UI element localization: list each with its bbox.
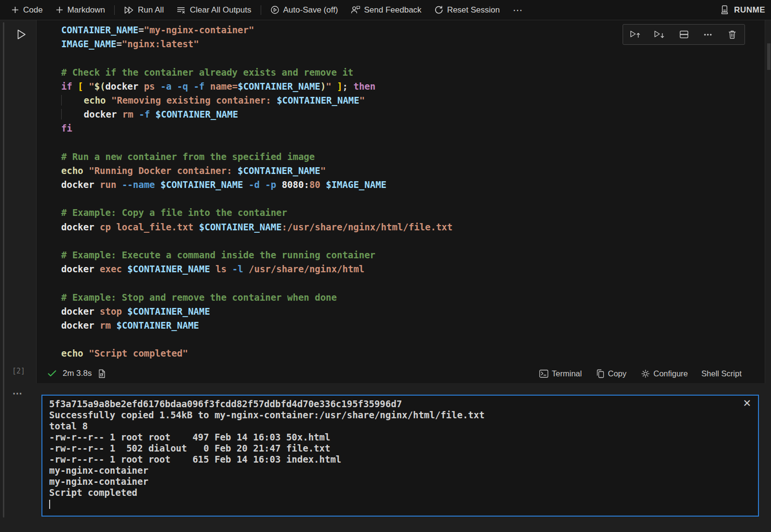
send-feedback-icon bbox=[351, 5, 360, 14]
code-editor[interactable]: CONTAINER_NAME="my-nginx-container"IMAGE… bbox=[61, 23, 452, 361]
ellipsis-icon: ⋯ bbox=[13, 388, 23, 399]
add-markdown-cell-button[interactable]: Markdown bbox=[49, 0, 111, 20]
reset-session-button[interactable]: Reset Session bbox=[428, 0, 506, 20]
success-check-icon bbox=[48, 370, 56, 377]
clear-outputs-icon bbox=[176, 6, 186, 14]
copy-button[interactable]: Copy bbox=[592, 369, 630, 378]
terminal-icon bbox=[539, 370, 548, 378]
copy-icon bbox=[596, 369, 604, 378]
code-line: CONTAINER_NAME="my-nginx-container" bbox=[61, 23, 452, 37]
code-line: echo "Script completed" bbox=[61, 346, 452, 360]
gear-icon bbox=[641, 369, 650, 378]
configure-label: Configure bbox=[653, 369, 688, 378]
code-line: fi bbox=[61, 121, 452, 135]
code-line bbox=[61, 332, 452, 346]
cell-toolbar bbox=[623, 24, 745, 45]
split-cell-button[interactable] bbox=[672, 25, 696, 44]
copy-label: Copy bbox=[608, 369, 626, 378]
run-all-button[interactable]: Run All bbox=[118, 0, 170, 20]
run-all-label: Run All bbox=[138, 5, 164, 15]
reset-session-label: Reset Session bbox=[447, 5, 500, 15]
close-icon: ✕ bbox=[743, 398, 751, 409]
output-line: Successfully copied 1.54kB to my-nginx-c… bbox=[49, 410, 485, 421]
execute-below-button[interactable] bbox=[647, 25, 671, 44]
code-line bbox=[61, 234, 452, 248]
output-line: my-nginx-container bbox=[49, 465, 485, 476]
code-line bbox=[61, 51, 452, 65]
toolbar-separator bbox=[261, 5, 261, 15]
more-actions-button[interactable] bbox=[696, 25, 720, 44]
reset-session-icon bbox=[434, 5, 443, 14]
output-line: total 8 bbox=[49, 421, 485, 432]
code-cell[interactable]: CONTAINER_NAME="my-nginx-container"IMAGE… bbox=[36, 20, 765, 383]
run-cell-button[interactable] bbox=[13, 27, 28, 41]
runme-brand: RUNME bbox=[719, 5, 766, 15]
send-feedback-label: Send Feedback bbox=[364, 5, 422, 15]
notebook-window: { "toolbar": { "code": "Code", "markdown… bbox=[0, 0, 771, 532]
ellipsis-icon: ⋯ bbox=[513, 4, 523, 16]
terminal-button[interactable]: Terminal bbox=[535, 369, 585, 378]
send-feedback-button[interactable]: Send Feedback bbox=[345, 0, 428, 20]
output-line: -rw-r--r-- 1 502 dialout 0 Feb 20 21:47 … bbox=[49, 443, 485, 454]
code-line bbox=[61, 276, 452, 290]
terminal-cursor bbox=[49, 500, 50, 509]
execution-count: [2] bbox=[12, 367, 25, 375]
configure-button[interactable]: Configure bbox=[637, 369, 692, 378]
code-line: docker run --name $CONTAINER_NAME -d -p … bbox=[61, 178, 452, 192]
add-markdown-label: Markdown bbox=[67, 5, 105, 15]
cell-status-bar: 2m 3.8s Terminal Copy Configure Shell Sc… bbox=[37, 365, 765, 382]
code-line: IMAGE_NAME="nginx:latest" bbox=[61, 37, 452, 51]
autosave-icon bbox=[270, 5, 279, 14]
code-line: docker stop $CONTAINER_NAME bbox=[61, 305, 452, 319]
output-line: -rw-r--r-- 1 root root 497 Feb 14 16:03 … bbox=[49, 432, 485, 443]
code-line: docker exec $CONTAINER_NAME ls -l /usr/s… bbox=[61, 262, 452, 276]
execution-time: 2m 3.8s bbox=[63, 369, 92, 378]
code-line: echo "Running Docker container: $CONTAIN… bbox=[61, 164, 452, 178]
code-line: # Example: Stop and remove the container… bbox=[61, 291, 452, 305]
toolbar-separator bbox=[114, 5, 115, 15]
autosave-label: Auto-Save (off) bbox=[283, 5, 338, 15]
run-all-icon bbox=[124, 6, 134, 14]
terminal-label: Terminal bbox=[552, 369, 582, 378]
output-file-icon[interactable] bbox=[98, 369, 106, 378]
code-line: # Example: Copy a file into the containe… bbox=[61, 206, 452, 220]
add-code-cell-button[interactable]: Code bbox=[5, 0, 49, 20]
add-code-label: Code bbox=[23, 5, 43, 15]
code-line: docker rm $CONTAINER_NAME bbox=[61, 319, 452, 332]
terminal-output: 5f3a715a9a8be2efd6176bdaa096f3fcdd82f57d… bbox=[49, 399, 485, 509]
output-line: my-nginx-container bbox=[49, 476, 485, 487]
autosave-toggle[interactable]: Auto-Save (off) bbox=[264, 0, 345, 20]
code-line bbox=[61, 136, 452, 150]
delete-cell-button[interactable] bbox=[720, 25, 744, 44]
language-picker[interactable]: Shell Script bbox=[699, 369, 744, 378]
code-line: # Check if the container already exists … bbox=[61, 66, 452, 80]
notebook-toolbar: Code Markdown Run All Clear All Outputs … bbox=[0, 0, 771, 20]
code-line: docker cp local_file.txt $CONTAINER_NAME… bbox=[61, 220, 452, 234]
runme-logo-icon bbox=[719, 5, 730, 15]
execute-above-button[interactable] bbox=[623, 25, 647, 44]
plus-icon bbox=[55, 6, 64, 14]
output-line: 5f3a715a9a8be2efd6176bdaa096f3fcdd82f57d… bbox=[49, 399, 485, 410]
code-line bbox=[61, 192, 452, 206]
code-line: echo "Removing existing container: $CONT… bbox=[61, 93, 452, 107]
code-line: # Example: Execute a command inside the … bbox=[61, 248, 452, 262]
clear-outputs-label: Clear All Outputs bbox=[190, 5, 252, 15]
toolbar-more-button[interactable]: ⋯ bbox=[506, 0, 530, 20]
code-line: if [ "$(docker ps -a -q -f name=$CONTAIN… bbox=[61, 80, 452, 93]
clear-all-outputs-button[interactable]: Clear All Outputs bbox=[170, 0, 258, 20]
cell-focus-indicator[interactable] bbox=[3, 22, 4, 518]
cursor-line bbox=[49, 498, 485, 509]
output-line: -rw-r--r-- 1 root root 615 Feb 14 16:03 … bbox=[49, 454, 485, 465]
cell-output[interactable]: 5f3a715a9a8be2efd6176bdaa096f3fcdd82f57d… bbox=[41, 395, 759, 517]
code-line: # Run a new container from the specified… bbox=[61, 150, 452, 164]
output-line: Script completed bbox=[49, 487, 485, 498]
brand-label: RUNME bbox=[734, 5, 765, 15]
code-line: docker rm -f $CONTAINER_NAME bbox=[61, 107, 452, 121]
play-icon bbox=[14, 28, 27, 41]
scrollbar-thumb[interactable] bbox=[767, 43, 771, 70]
output-more-button[interactable]: ⋯ bbox=[13, 387, 23, 399]
plus-icon bbox=[11, 6, 19, 14]
close-output-button[interactable]: ✕ bbox=[743, 398, 751, 409]
